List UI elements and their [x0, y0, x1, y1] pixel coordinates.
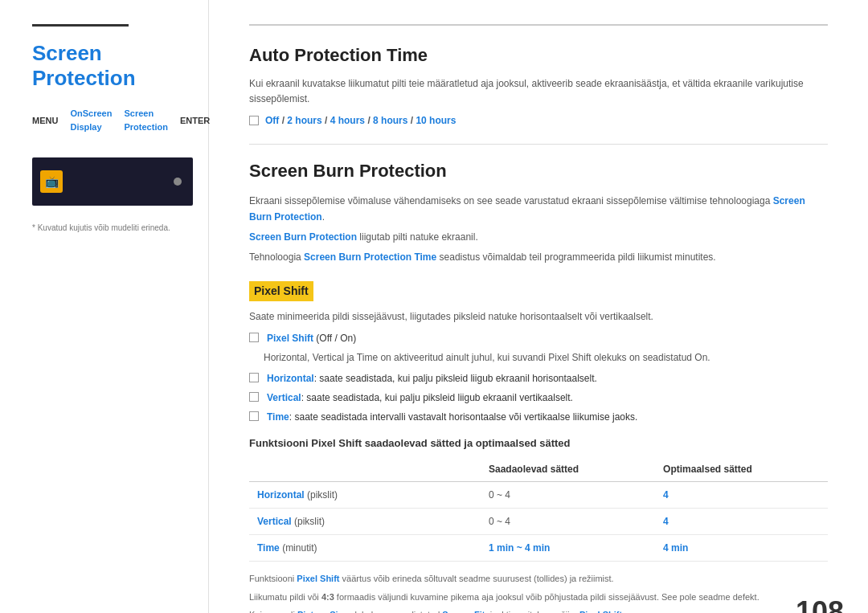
table-cell-vertical-label: Vertical (pikslit) [249, 509, 481, 535]
preview-icon: 📺 [40, 170, 63, 193]
pixel-shift-option3-row: Vertical: saate seadistada, kui palju pi… [249, 390, 828, 405]
pixel-shift-checkbox3[interactable] [249, 392, 259, 402]
burn-protection-section: Screen Burn Protection Ekraani sissepõle… [249, 157, 828, 265]
option-8h: 8 hours [373, 115, 407, 126]
footer-note3-highlight3: Pixel Shift [579, 610, 622, 613]
burn-desc-1: Ekraani sissepõlemise võimaluse vähendam… [249, 194, 828, 224]
footer-notes: Funktsiooni Pixel Shift väärtus võib eri… [249, 571, 828, 613]
auto-protection-options-text: Off / 2 hours / 4 hours / 8 hours / 10 h… [265, 113, 456, 128]
pixel-shift-label: Pixel Shift [267, 333, 313, 344]
footer-note1-highlight: Pixel Shift [297, 574, 339, 583]
sidebar-note: * Kuvatud kujutis võib mudeliti erineda. [32, 222, 192, 234]
pixel-shift-table: Saadaolevad sätted Optimaalsed sätted Ho… [249, 457, 828, 562]
note-pixelshift2: Pixel Shift [548, 352, 591, 363]
table-cell-vertical-available: 0 ~ 4 [481, 509, 655, 535]
pixel-shift-option1-text: Pixel Shift (Off / On) [267, 331, 356, 345]
auto-protection-section: Auto Protection Time Kui ekraanil kuvata… [249, 42, 828, 128]
main-content: Auto Protection Time Kui ekraanil kuvata… [209, 0, 868, 613]
note-on: On [694, 352, 707, 363]
note-vertical: Vertical [313, 352, 344, 363]
table-row: Vertical (pikslit) 0 ~ 4 4 [249, 509, 828, 535]
main-top-line [249, 24, 828, 26]
pixel-shift-option2-text: Horizontal: saate seadistada, kui palju … [267, 371, 597, 386]
burn-desc-2: Screen Burn Protection liigutab pilti na… [249, 230, 828, 245]
option-horizontal-label: Horizontal [267, 373, 314, 384]
pixel-shift-indented-note: Horizontal, Vertical ja Time on aktiveer… [264, 350, 828, 366]
preview-dot [174, 178, 182, 186]
auto-protection-options: Off / 2 hours / 4 hours / 8 hours / 10 h… [249, 113, 828, 128]
pixel-shift-option4-row: Time: saate seadistada intervalli vastav… [249, 410, 828, 424]
auto-protection-checkbox[interactable] [249, 116, 259, 125]
pixel-shift-option2-row: Horizontal: saate seadistada, kui palju … [249, 371, 828, 386]
burn-desc-3: Tehnoloogia Screen Burn Protection Time … [249, 250, 828, 265]
breadcrumb-item2: Screen Protection [124, 107, 167, 133]
option-time-label: Time [267, 411, 289, 423]
table-cell-horizontal-label: Horizontal (pikslit) [249, 482, 481, 509]
sidebar-top-line [32, 24, 129, 27]
footer-note2-highlight1: 4:3 [321, 592, 334, 602]
auto-protection-desc: Kui ekraanil kuvatakse liikumatut pilti … [249, 76, 828, 107]
note-horizontal: Horizontal [264, 352, 307, 363]
footer-note-2: Liikumatu pildi või 4:3 formaadis väljun… [249, 590, 828, 605]
sidebar: Screen Protection MENU OnScreen Display … [0, 0, 209, 613]
table-cell-horizontal-optimal: 4 [655, 482, 828, 509]
option-vertical-label: Vertical [267, 392, 301, 403]
footer-note-1: Funktsiooni Pixel Shift väärtus võib eri… [249, 571, 828, 586]
breadcrumb: MENU OnScreen Display Screen Protection … [32, 107, 192, 133]
table-header-available: Saadaolevad sätted [481, 457, 655, 482]
option-4h: 4 hours [330, 115, 365, 126]
breadcrumb-sep3 [173, 114, 175, 128]
table-row: Time (minutit) 1 min ~ 4 min 4 min [249, 535, 828, 562]
burn-highlight-2: Screen Burn Protection [249, 231, 357, 243]
auto-protection-title: Auto Protection Time [249, 42, 828, 68]
table-header-row: Saadaolevad sätted Optimaalsed sätted [249, 457, 828, 482]
breadcrumb-sep2 [117, 114, 119, 128]
note-time: Time [357, 352, 378, 363]
option-off: Off [265, 115, 279, 126]
table-row: Horizontal (pikslit) 0 ~ 4 4 [249, 482, 828, 509]
page-number: 108 [796, 591, 844, 613]
table-cell-time-available: 1 min ~ 4 min [481, 535, 655, 562]
pixel-shift-title: Pixel Shift [249, 281, 313, 301]
footer-note-3: Kui suvandi Picture Size olekuks on sead… [249, 607, 828, 613]
table-cell-time-label: Time (minutit) [249, 535, 481, 562]
breadcrumb-menu: MENU [32, 114, 58, 128]
burn-highlight-3: Screen Burn Protection Time [304, 251, 436, 263]
section-divider-1 [249, 144, 828, 145]
table-header-name [249, 457, 481, 482]
breadcrumb-item1: OnScreen Display [70, 107, 112, 133]
table-cell-vertical-optimal: 4 [655, 509, 828, 535]
pixel-shift-checkbox4[interactable] [249, 411, 259, 421]
option-2h: 2 hours [287, 115, 321, 126]
sidebar-preview: 📺 [32, 157, 193, 206]
pixel-shift-section: Pixel Shift Saate minimeerida pildi siss… [249, 270, 828, 613]
breadcrumb-enter: ENTER [180, 114, 210, 128]
pixel-shift-desc: Saate minimeerida pildi sissejäävust, li… [249, 309, 828, 325]
pixel-shift-checkbox2[interactable] [249, 373, 259, 382]
option-10h: 10 hours [416, 115, 456, 126]
sidebar-title: Screen Protection [32, 41, 192, 91]
pixel-shift-option1-row: Pixel Shift (Off / On) [249, 331, 828, 345]
table-cell-horizontal-available: 0 ~ 4 [481, 482, 655, 509]
pixel-shift-checkbox1[interactable] [249, 333, 259, 342]
footer-note3-highlight1: Picture Size [297, 610, 347, 613]
footer-note3-highlight2: Screen Fit [442, 610, 485, 613]
pixel-shift-option3-text: Vertical: saate seadistada, kui palju pi… [267, 390, 573, 405]
pixel-shift-offon: (Off / On) [313, 333, 356, 344]
table-cell-time-optimal: 4 min [655, 535, 828, 562]
pixel-shift-option4-text: Time: saate seadistada intervalli vastav… [267, 410, 637, 424]
table-header-optimal: Optimaalsed sätted [655, 457, 828, 482]
burn-protection-title: Screen Burn Protection [249, 157, 828, 184]
burn-highlight-1: Screen Burn Protection [249, 195, 805, 222]
breadcrumb-sep1 [63, 114, 65, 128]
table-section-title: Funktsiooni Pixel Shift saadaolevad sätt… [249, 435, 828, 452]
